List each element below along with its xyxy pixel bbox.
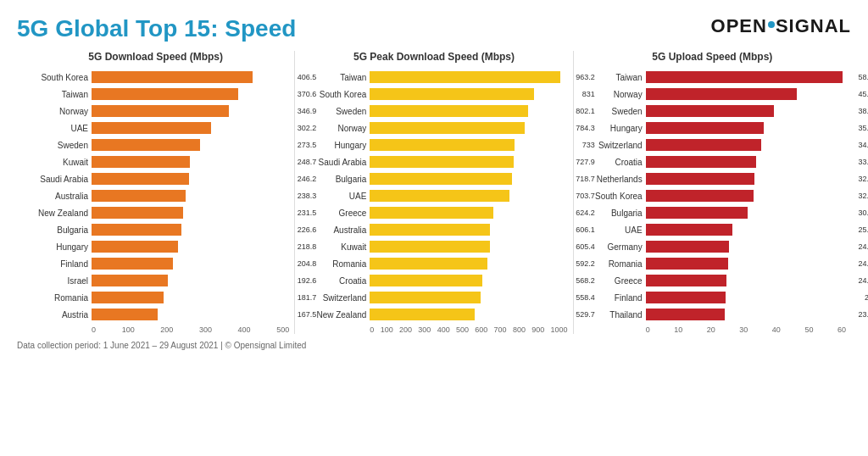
- bar-area: 192.6: [92, 275, 289, 286]
- bar-row: Romania181.7: [22, 290, 289, 305]
- bar-row: Switzerland34.6: [579, 137, 846, 153]
- bar-fill: [370, 122, 525, 134]
- axis-label: 10: [674, 325, 682, 334]
- bar-area: 181.7: [92, 292, 289, 303]
- axis-label: 0: [646, 325, 650, 334]
- bar-fill: [370, 105, 528, 117]
- axis-label: 900: [531, 325, 544, 334]
- bar-fill: [92, 309, 158, 320]
- bar-area: 226.6: [92, 224, 289, 236]
- bar-value: 302.2: [298, 124, 317, 132]
- axis-label: 60: [837, 325, 846, 334]
- bar-area: 58.9: [646, 71, 846, 83]
- bar-fill: [370, 88, 534, 100]
- bar-area: 32.4: [646, 190, 846, 202]
- country-label: Bulgaria: [22, 225, 88, 235]
- bar-area: 963.2: [370, 71, 567, 83]
- footer-text: Data collection period: 1 June 2021 – 29…: [17, 341, 851, 350]
- bar-value: 592.2: [576, 259, 595, 268]
- bar-value: 33.2: [858, 158, 868, 166]
- bar-fill: [646, 88, 797, 100]
- bar-row: Romania24.7: [579, 256, 846, 271]
- chart-title-download: 5G Download Speed (Mbps): [22, 51, 289, 63]
- bar-value: 58.9: [858, 73, 868, 81]
- chart-title-upload: 5G Upload Speed (Mbps): [579, 51, 846, 63]
- bar-area: 302.2: [92, 122, 289, 134]
- chart-inner-peak: Taiwan963.2South Korea831Sweden802.1Norw…: [300, 70, 567, 322]
- bar-row: Germany24.9: [579, 239, 846, 254]
- axis-label: 500: [456, 325, 469, 334]
- bar-fill: [646, 258, 728, 270]
- country-label: UAE: [22, 124, 88, 133]
- bar-value: 703.7: [576, 192, 595, 200]
- bar-fill: [92, 241, 178, 253]
- bar-value: 32.4: [858, 192, 868, 200]
- country-label: New Zealand: [22, 209, 88, 218]
- opensignal-logo: OPENSIGNAL: [711, 15, 851, 37]
- charts-container: 5G Download Speed (Mbps)South Korea406.5…: [17, 51, 851, 334]
- country-label: Taiwan: [22, 90, 88, 99]
- country-label: Norway: [22, 107, 88, 116]
- bar-row: Saudi Arabia727.9: [300, 154, 567, 170]
- bar-value: 718.7: [576, 175, 595, 183]
- axis-label: 800: [513, 325, 526, 334]
- bar-fill: [92, 139, 200, 151]
- bar-value: 24.1: [858, 276, 868, 285]
- country-label: Israel: [22, 276, 88, 286]
- chart-upload: 5G Upload Speed (Mbps)Taiwan58.9Norway45…: [574, 51, 851, 334]
- bar-fill: [370, 275, 482, 286]
- bar-fill: [646, 292, 726, 303]
- bar-row: Norway346.9: [22, 103, 289, 119]
- bar-value: 24.7: [858, 259, 868, 268]
- bar-value: 606.1: [576, 225, 595, 234]
- signal-dot: [768, 21, 775, 28]
- bar-value: 181.7: [298, 293, 317, 302]
- bar-value: 802.1: [576, 107, 595, 115]
- bar-area: 24.1: [646, 275, 846, 286]
- bar-fill: [370, 292, 480, 303]
- chart-title-peak: 5G Peak Download Speed (Mbps): [300, 51, 567, 63]
- bar-area: 23.7: [646, 309, 846, 320]
- bar-fill: [92, 275, 168, 286]
- bar-fill: [92, 88, 238, 100]
- bar-row: Finland24: [579, 290, 846, 305]
- country-label: South Korea: [22, 73, 88, 82]
- bar-fill: [646, 207, 748, 219]
- bar-fill: [92, 258, 173, 270]
- axis-label: 0: [92, 325, 96, 334]
- bar-area: 558.4: [370, 292, 567, 303]
- bar-area: 718.7: [370, 173, 567, 185]
- bar-fill: [92, 207, 183, 219]
- bar-row: Norway45.2: [579, 86, 846, 102]
- bar-row: UAE302.2: [22, 120, 289, 136]
- bar-row: Hungary35.5: [579, 120, 846, 136]
- bar-row: New Zealand231.5: [22, 205, 289, 220]
- bar-value: 23.7: [858, 310, 868, 319]
- bar-area: 30.6: [646, 207, 846, 219]
- bar-area: 703.7: [370, 190, 567, 202]
- bar-fill: [646, 275, 726, 286]
- axis-label: 50: [804, 325, 813, 334]
- chart-inner-upload: Taiwan58.9Norway45.2Sweden38.4Hungary35.…: [579, 70, 846, 322]
- bar-value: 406.5: [298, 73, 317, 81]
- bar-row: Norway784.3: [300, 120, 567, 136]
- bar-row: New Zealand529.7: [300, 307, 567, 322]
- axis-label: 100: [381, 325, 393, 334]
- bar-fill: [370, 258, 487, 270]
- bar-row: Sweden273.5: [22, 137, 289, 153]
- bar-value: 624.2: [576, 209, 595, 217]
- bar-row: Croatia568.2: [300, 273, 567, 288]
- bar-fill: [646, 224, 732, 236]
- bar-fill: [646, 105, 774, 117]
- bar-area: 605.4: [370, 241, 567, 253]
- bar-fill: [92, 190, 186, 202]
- axis-label: 300: [418, 325, 431, 334]
- axis-label: 200: [160, 325, 173, 334]
- bar-value: 167.5: [298, 310, 317, 319]
- axis-label: 40: [772, 325, 781, 334]
- bar-fill: [646, 190, 754, 202]
- bar-area: 35.5: [646, 122, 846, 134]
- bar-fill: [370, 224, 489, 236]
- bar-row: Taiwan963.2: [300, 70, 567, 85]
- bar-area: 25.9: [646, 224, 846, 236]
